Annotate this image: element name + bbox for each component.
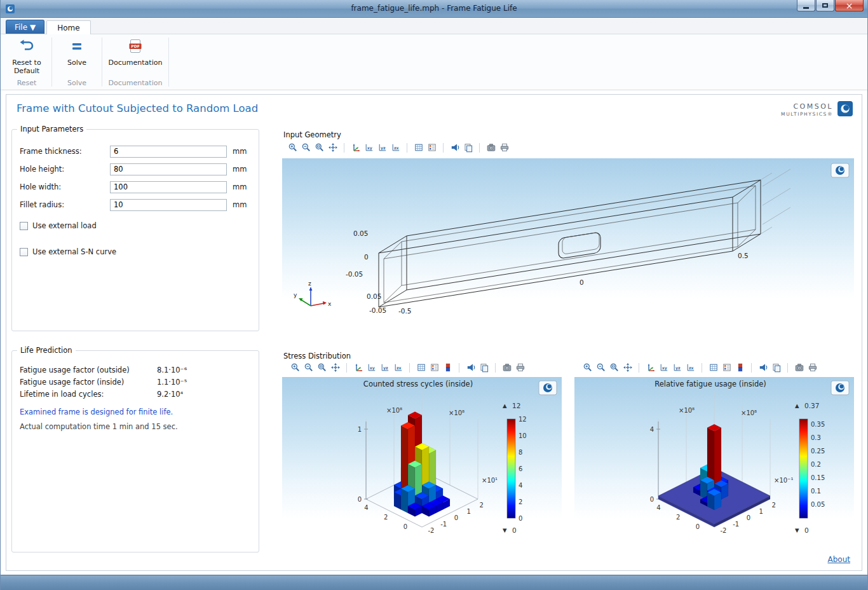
zoom-out-icon[interactable]	[594, 361, 607, 374]
zoom-extents-icon[interactable]	[621, 361, 634, 374]
zoom-out-icon[interactable]	[302, 361, 315, 374]
print-icon[interactable]	[806, 361, 819, 374]
show-grid-icon[interactable]	[414, 361, 428, 374]
colorbar-tick: 4	[519, 482, 522, 489]
view-zx-icon[interactable]: zx	[391, 361, 405, 374]
fatigue-usage-outside-label: Fatigue usage factor (outside)	[20, 366, 157, 374]
reset-to-default-label: Reset to Default	[7, 58, 46, 75]
show-legends-icon[interactable]	[720, 361, 733, 374]
counted-stress-cycles-canvas[interactable]: 10420210-1-2×10⁸×10⁸×10¹121086420▲12▼0Co…	[282, 377, 562, 550]
lifetime-load-cycles-value: 9.2·10⁴	[157, 390, 183, 399]
min-marker-arrow: ▼	[795, 527, 799, 533]
go-to-default-view-icon[interactable]	[351, 361, 365, 374]
minimize-button[interactable]	[797, 0, 815, 11]
view-yz-icon[interactable]: yz	[670, 361, 684, 374]
geometry-canvas[interactable]: z y x 0.050-0.050.05-0.05-0.500.5	[282, 158, 854, 330]
hole-height-input[interactable]	[110, 163, 227, 175]
close-button[interactable]: ×	[835, 0, 864, 11]
zoom-in-icon[interactable]	[286, 141, 299, 154]
zoom-extents-icon[interactable]	[329, 361, 342, 374]
go-to-default-view-icon[interactable]	[644, 361, 657, 374]
frame-thickness-label: Frame thickness:	[20, 147, 110, 156]
show-grid-icon[interactable]	[707, 361, 720, 374]
solve-button[interactable]: Solve	[57, 37, 97, 67]
view-yz-icon[interactable]: yz	[378, 361, 391, 374]
window-title: frame_fatigue_life.mph - Frame Fatigue L…	[1, 4, 867, 13]
zoom-box-icon[interactable]	[315, 361, 329, 374]
zoom-in-icon[interactable]	[581, 361, 594, 374]
zoom-box-icon[interactable]	[607, 361, 621, 374]
go-to-default-view-icon[interactable]	[349, 141, 362, 154]
scene-light-icon[interactable]	[464, 361, 477, 374]
x-axis-tick: -1	[440, 521, 447, 528]
colorbar-tick: 12	[519, 416, 527, 423]
tab-home[interactable]: Home	[46, 20, 90, 34]
image-snapshot-icon[interactable]	[792, 361, 806, 374]
ribbon: Reset to Default Reset Solve Solve PDF D…	[1, 34, 867, 90]
colorbar-tick: 0.3	[811, 434, 821, 441]
x-axis-scale-label: ×10⁸	[449, 409, 465, 416]
file-menu-button[interactable]: File ▼	[6, 20, 44, 34]
page-title: Frame with Cutout Subjected to Random Lo…	[17, 102, 258, 114]
image-snapshot-icon[interactable]	[500, 361, 513, 374]
toolbar-separator	[344, 143, 344, 153]
color-legend-icon[interactable]	[733, 361, 747, 374]
use-external-sn-curve-label: Use external S-N curve	[32, 247, 116, 256]
zoom-box-icon[interactable]	[313, 141, 326, 154]
view-zx-icon[interactable]: zx	[684, 361, 697, 374]
svg-text:yz: yz	[675, 366, 680, 371]
pdf-icon: PDF	[127, 38, 144, 57]
view-zx-icon[interactable]: zx	[389, 141, 402, 154]
print-icon[interactable]	[513, 361, 527, 374]
chart-title: Relative fatigue usage (inside)	[654, 380, 766, 388]
scene-light-icon[interactable]	[756, 361, 770, 374]
stress-right-toolbar: xyyzzx	[581, 360, 854, 374]
print-icon[interactable]	[498, 141, 511, 154]
comsol-logo-icon	[837, 101, 853, 118]
coordinate-triad: z y x	[294, 280, 332, 307]
documentation-button[interactable]: PDF Documentation	[107, 37, 163, 67]
svg-text:PDF: PDF	[131, 44, 139, 48]
comsol-logo-button[interactable]	[831, 381, 849, 395]
fillet-radius-input[interactable]	[110, 199, 227, 211]
reset-to-default-button[interactable]: Reset to Default	[7, 37, 46, 75]
view-xy-icon[interactable]: xy	[362, 141, 376, 154]
comsol-logo-button[interactable]	[831, 163, 849, 177]
view-yz-icon[interactable]: yz	[376, 141, 389, 154]
zoom-out-icon[interactable]	[299, 141, 313, 154]
view-xy-icon[interactable]: xy	[657, 361, 670, 374]
colorbar-tick: 2	[519, 498, 522, 505]
svg-text:yz: yz	[380, 146, 385, 151]
about-link[interactable]: About	[828, 555, 850, 564]
y-axis-tick: 0	[696, 523, 700, 530]
show-legends-icon[interactable]	[425, 141, 438, 154]
zoom-extents-icon[interactable]	[326, 141, 339, 154]
geometry-axis-tick-label: 0	[364, 253, 369, 261]
view-xy-icon[interactable]: xy	[365, 361, 378, 374]
use-external-sn-curve-row: Use external S-N curve	[20, 247, 251, 256]
use-external-load-checkbox[interactable]	[20, 222, 28, 230]
geometry-axis-tick-label: -0.05	[369, 306, 386, 314]
y-axis-tick: 4	[364, 504, 368, 511]
scene-light-icon[interactable]	[448, 141, 461, 154]
relative-fatigue-usage-canvas[interactable]: 40420210-1-2×10⁸×10⁸×10⁻¹0.350.30.250.20…	[574, 377, 854, 550]
ribbon-group-separator	[102, 38, 102, 86]
zoom-in-icon[interactable]	[288, 361, 302, 374]
frame-inner-wall-lines	[384, 186, 756, 303]
frame-thickness-input[interactable]	[110, 146, 227, 158]
maximize-button[interactable]	[816, 0, 834, 11]
copy-image-icon[interactable]	[770, 361, 783, 374]
show-legends-icon[interactable]	[428, 361, 441, 374]
copy-image-icon[interactable]	[477, 361, 491, 374]
show-grid-icon[interactable]	[412, 141, 425, 154]
color-legend-icon[interactable]	[441, 361, 454, 374]
y-axis-tick: 0	[403, 523, 407, 530]
use-external-sn-curve-checkbox[interactable]	[20, 248, 28, 256]
svg-text:zx: zx	[394, 146, 399, 150]
copy-image-icon[interactable]	[461, 141, 475, 154]
image-snapshot-icon[interactable]	[484, 141, 498, 154]
hole-width-input[interactable]	[110, 181, 227, 193]
svg-text:xy: xy	[661, 366, 667, 371]
x-axis-tick: 1	[467, 508, 471, 515]
comsol-logo-button[interactable]	[539, 381, 557, 395]
